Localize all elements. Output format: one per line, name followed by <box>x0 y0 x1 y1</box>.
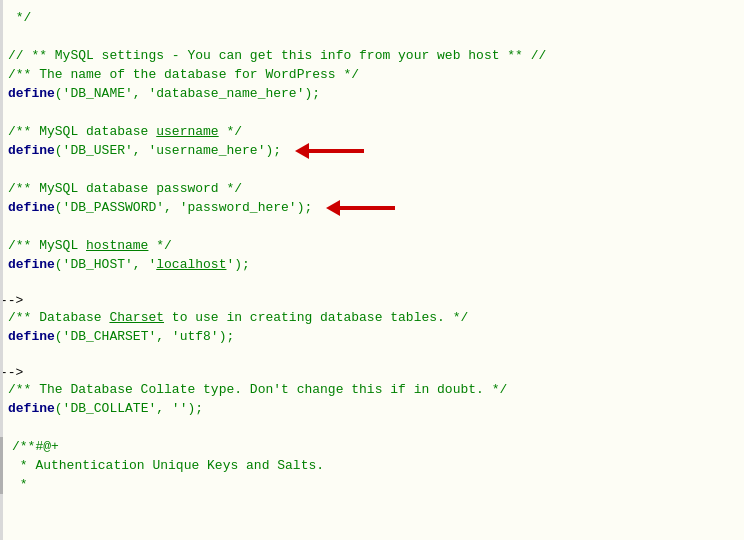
line-indicator <box>0 437 3 456</box>
arrow-line-icon <box>309 149 364 153</box>
arrow-head-icon <box>295 143 309 159</box>
code-line: */ <box>0 8 744 27</box>
code-editor: */ // ** MySQL settings - You can get th… <box>0 0 744 540</box>
code-line-db-host: define('DB_HOST', 'localhost'); <box>0 255 744 274</box>
code-line: * <box>0 475 744 494</box>
code-text: /**#@+ <box>12 439 59 454</box>
code-line <box>0 217 744 236</box>
code-keyword: define <box>8 200 55 215</box>
code-line: /** MySQL hostname */ <box>0 236 744 255</box>
code-line <box>0 346 744 365</box>
code-line: /** MySQL database username */ <box>0 122 744 141</box>
code-line: /** Database Charset to use in creating … <box>0 308 744 327</box>
code-line <box>0 160 744 179</box>
code-line: /** The name of the database for WordPre… <box>0 65 744 84</box>
code-keyword: define <box>8 86 55 101</box>
code-line-db-collate: define('DB_COLLATE', ''); <box>0 399 744 418</box>
code-underline: username <box>156 124 218 139</box>
code-keyword: define <box>8 329 55 344</box>
code-text: ('DB_PASSWORD', 'password_here'); <box>55 200 312 215</box>
code-line <box>0 27 744 46</box>
code-line-auth: /**#@+ <box>0 437 744 456</box>
code-text: /** MySQL hostname */ <box>8 238 172 253</box>
code-line-db-user: define('DB_USER', 'username_here'); <box>0 141 744 160</box>
code-line <box>0 418 744 437</box>
code-text: ('DB_USER', 'username_here'); <box>55 143 281 158</box>
code-text: // ** MySQL settings - You can get this … <box>8 48 546 63</box>
code-text: /** The Database Collate type. Don't cha… <box>8 382 507 397</box>
code-line: // ** MySQL settings - You can get this … <box>0 46 744 65</box>
code-line <box>0 274 744 293</box>
code-keyword: define <box>8 257 55 272</box>
code-line: /** MySQL database password */ <box>0 179 744 198</box>
arrow-line-icon-2 <box>340 206 395 210</box>
code-text: /** The name of the database for WordPre… <box>8 67 359 82</box>
arrow-icon-2 <box>326 200 395 216</box>
code-line-db-charset: define('DB_CHARSET', 'utf8'); <box>0 327 744 346</box>
code-underline: localhost <box>156 257 226 272</box>
arrow-icon <box>295 143 364 159</box>
code-text: * Authentication Unique Keys and Salts. <box>12 458 324 473</box>
code-keyword: define <box>8 143 55 158</box>
code-line: * Authentication Unique Keys and Salts. <box>0 456 744 475</box>
code-line-db-password: define('DB_PASSWORD', 'password_here'); <box>0 198 744 217</box>
code-text: ('DB_NAME', 'database_name_here'); <box>55 86 320 101</box>
code-line: /** The Database Collate type. Don't cha… <box>0 380 744 399</box>
code-keyword: define <box>8 401 55 416</box>
code-text: ('DB_HOST', 'localhost'); <box>55 257 250 272</box>
code-text: ('DB_CHARSET', 'utf8'); <box>55 329 234 344</box>
code-text: /** MySQL database username */ <box>8 124 242 139</box>
line-indicator <box>0 456 3 475</box>
code-text: ('DB_COLLATE', ''); <box>55 401 203 416</box>
code-line: define('DB_NAME', 'database_name_here'); <box>0 84 744 103</box>
code-line <box>0 103 744 122</box>
code-text: /** Database Charset to use in creating … <box>8 310 468 325</box>
code-text: /** MySQL database password */ <box>8 181 242 196</box>
code-underline: hostname <box>86 238 148 253</box>
line-indicator <box>0 475 3 494</box>
code-underline: Charset <box>109 310 164 325</box>
code-text: * <box>12 477 28 492</box>
arrow-head-icon-2 <box>326 200 340 216</box>
code-text: */ <box>8 10 31 25</box>
